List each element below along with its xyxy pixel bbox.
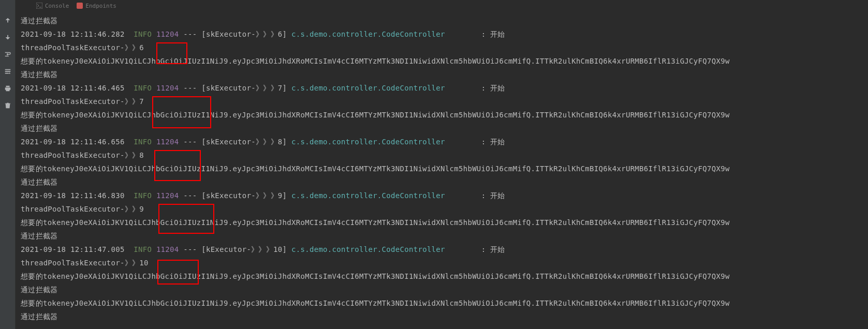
log-line: 通过拦截器	[21, 310, 863, 323]
tab-console-label: Console	[45, 3, 69, 9]
log-line: 想要的tokeneyJ0eXAiOiJKV1QiLCJhbGciOiJIUzI1…	[21, 296, 863, 310]
log-line: 2021-09-18 12:11:46.830 INFO 11204 --- […	[21, 189, 863, 202]
arrow-up-icon[interactable]	[3, 16, 12, 25]
log-line: 通过拦截器	[21, 68, 863, 81]
tab-console[interactable]: Console	[36, 3, 69, 9]
log-line: 通过拦截器	[21, 122, 863, 135]
log-line: threadPoolTaskExecutor-》》9	[21, 202, 863, 216]
log-line: 通过拦截器	[21, 229, 863, 243]
sidebar	[0, 0, 16, 329]
log-line: 通过拦截器	[21, 283, 863, 296]
tab-bar: Console Endpoints	[31, 0, 116, 11]
log-line: 通过拦截器	[21, 175, 863, 189]
log-line: 想要的tokeneyJ0eXAiOiJKV1QiLCJhbGciOiJIUzI1…	[21, 216, 863, 229]
scroll-icon[interactable]	[3, 67, 12, 76]
console-icon	[36, 3, 42, 9]
endpoints-icon	[77, 3, 83, 9]
log-line: 2021-09-18 12:11:46.282 INFO 11204 --- […	[21, 27, 863, 41]
wrap-icon[interactable]	[3, 50, 12, 59]
log-line: 想要的tokeneyJ0eXAiOiJKV1QiLCJhbGciOiJIUzI1…	[21, 270, 863, 283]
log-line: 想要的tokeneyJ0eXAiOiJKV1QiLCJhbGciOiJIUzI1…	[21, 108, 863, 122]
tab-endpoints[interactable]: Endpoints	[77, 3, 116, 9]
print-icon[interactable]	[3, 84, 12, 93]
tab-endpoints-label: Endpoints	[85, 3, 116, 9]
main-panel: Console Endpoints 通过拦截器2021-09-18 12:11:…	[16, 0, 868, 329]
log-line: threadPoolTaskExecutor-》》7	[21, 95, 863, 108]
log-line: 通过拦截器	[21, 14, 863, 27]
log-line: 2021-09-18 12:11:46.465 INFO 11204 --- […	[21, 81, 863, 95]
svg-rect-0	[36, 3, 42, 9]
trash-icon[interactable]	[3, 101, 12, 110]
console-output[interactable]: 通过拦截器2021-09-18 12:11:46.282 INFO 11204 …	[16, 11, 868, 326]
log-line: threadPoolTaskExecutor-》》6	[21, 41, 863, 54]
log-line: threadPoolTaskExecutor-》》8	[21, 148, 863, 162]
log-line: 2021-09-18 12:11:47.005 INFO 11204 --- […	[21, 243, 863, 256]
log-line: 想要的tokeneyJ0eXAiOiJKV1QiLCJhbGciOiJIUzI1…	[21, 162, 863, 175]
log-line: threadPoolTaskExecutor-》》10	[21, 256, 863, 270]
log-line: 想要的tokeneyJ0eXAiOiJKV1QiLCJhbGciOiJIUzI1…	[21, 54, 863, 68]
log-line: 2021-09-18 12:11:46.656 INFO 11204 --- […	[21, 135, 863, 148]
arrow-down-icon[interactable]	[3, 33, 12, 42]
